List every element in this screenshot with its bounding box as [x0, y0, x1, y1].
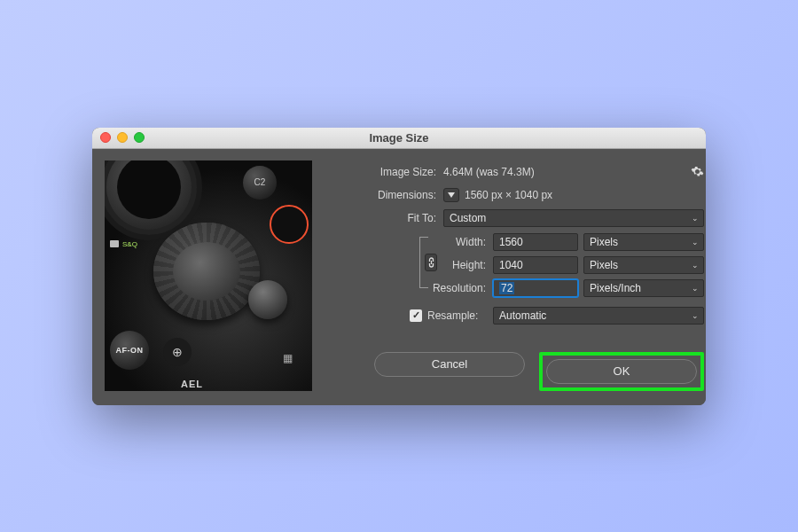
fit-to-select[interactable]: Custom ⌄ [443, 209, 704, 227]
preview-magnify-icon: ⊕ [163, 338, 192, 366]
resample-select[interactable]: Automatic⌄ [493, 307, 704, 325]
resample-label: Resample: [427, 309, 488, 322]
form-panel: Image Size: 4.64M (was 74.3M) Dimensions… [325, 160, 704, 391]
resolution-unit-select[interactable]: Pixels/Inch⌄ [583, 279, 704, 297]
width-unit-select[interactable]: Pixels⌄ [583, 233, 704, 251]
chevron-down-icon: ⌄ [692, 311, 699, 320]
constrain-proportions-toggle[interactable] [425, 254, 437, 271]
chevron-down-icon: ⌄ [692, 261, 699, 270]
chevron-down-icon: ⌄ [692, 284, 699, 293]
image-size-label: Image Size: [325, 166, 438, 178]
height-label: Height: [440, 259, 488, 271]
image-preview: S&Q C2 AF-ON ⊕ AEL ▦ [105, 160, 312, 391]
ok-button-highlight: OK [539, 352, 704, 391]
titlebar: Image Size [92, 128, 706, 149]
width-input[interactable]: 1560 [493, 233, 578, 251]
height-unit-select[interactable]: Pixels⌄ [583, 256, 704, 274]
resample-checkbox[interactable]: ✓ [410, 309, 422, 322]
fit-to-label: Fit To: [325, 212, 438, 224]
height-input[interactable]: 1040 [493, 256, 578, 274]
chevron-down-icon: ⌄ [692, 214, 699, 223]
preview-afon-button: AF-ON [110, 331, 149, 370]
image-size-dialog: Image Size S&Q C2 AF-ON ⊕ AEL ▦ Image Si… [92, 128, 706, 405]
cancel-button[interactable]: Cancel [374, 352, 525, 377]
preview-c2-button: C2 [243, 166, 277, 200]
preview-ael-label: AEL [181, 379, 203, 389]
width-label: Width: [440, 236, 488, 248]
dimensions-dropdown-button[interactable] [443, 188, 459, 202]
ok-button[interactable]: OK [546, 359, 697, 384]
fit-to-value: Custom [450, 212, 486, 224]
window-title: Image Size [92, 131, 706, 145]
preview-mode-text: S&Q [122, 240, 137, 248]
image-size-value: 4.64M (was 74.3M) [443, 166, 535, 178]
settings-gear-icon[interactable] [691, 165, 704, 178]
dimensions-value: 1560 px × 1040 px [465, 189, 552, 201]
dimensions-label: Dimensions: [325, 189, 438, 201]
resolution-input[interactable]: 72 [493, 279, 578, 297]
chevron-down-icon: ⌄ [692, 238, 699, 246]
